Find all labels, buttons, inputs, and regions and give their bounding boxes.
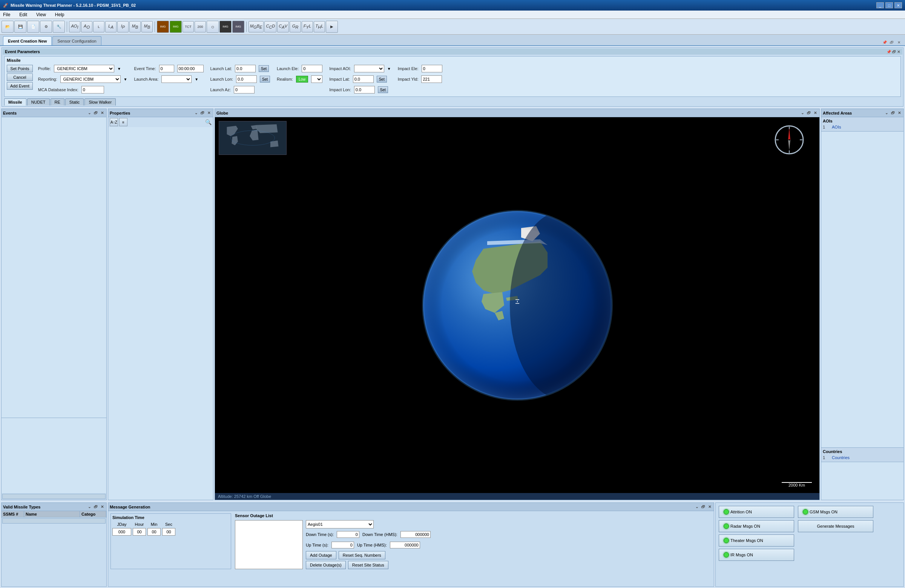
sensor-select[interactable]: Aegis01 [306, 520, 374, 528]
tab-event-creation[interactable]: Event Creation New [3, 36, 52, 45]
impact-lon-set[interactable]: Set [378, 86, 388, 93]
missile-types-scrollbar[interactable] [2, 518, 106, 523]
cancel-button[interactable]: Cancel [7, 73, 33, 81]
country-val-1[interactable]: Countries [832, 455, 849, 460]
profile-select[interactable]: GENERIC ICBM [54, 65, 114, 72]
toolbar-ao1-btn[interactable]: AOI [69, 21, 80, 32]
toolbar-circle-btn[interactable]: ○ [206, 21, 219, 33]
affected-pin-btn[interactable]: ⌄ [884, 111, 889, 115]
min-input[interactable] [148, 528, 160, 536]
properties-pin-btn[interactable]: ⌄ [194, 111, 199, 115]
event-time-hms[interactable] [177, 65, 204, 72]
toolbar-cav-btn[interactable]: CAV [277, 21, 289, 32]
launch-lon-set[interactable]: Set [260, 76, 270, 82]
launch-area-dropdown[interactable]: ▼ [195, 77, 198, 81]
jday-input[interactable] [113, 528, 131, 536]
missile-types-close-btn[interactable]: ✕ [100, 505, 105, 509]
radar-msgs-button[interactable]: Radar Msgs ON [719, 520, 794, 532]
tab-close-btn[interactable]: ✕ [896, 39, 902, 45]
globe-restore-btn[interactable]: 🗗 [806, 111, 811, 115]
toolbar-mb2-btn[interactable]: MB [141, 21, 153, 32]
reporting-dropdown-btn[interactable]: ▼ [124, 77, 127, 81]
toolbar-img1-btn[interactable]: IMG [157, 21, 169, 33]
tab-sensor-config[interactable]: Sensor Configuration [52, 36, 101, 45]
impact-aoi-select[interactable] [354, 65, 384, 72]
properties-close-btn[interactable]: ✕ [206, 111, 211, 115]
globe-close-btn[interactable]: ✕ [813, 111, 818, 115]
toolbar-more-btn[interactable]: ▶ [326, 21, 338, 33]
prop-category-btn[interactable]: ≡ [119, 118, 127, 126]
properties-restore-btn[interactable]: 🗗 [200, 111, 205, 115]
launch-lon-input[interactable] [236, 75, 257, 83]
events-restore-btn[interactable]: 🗗 [93, 111, 98, 115]
toolbar-save-btn[interactable]: 💾 [14, 21, 26, 33]
hour-input[interactable] [133, 528, 146, 536]
events-scrollbar[interactable] [2, 494, 106, 499]
missile-types-pin-btn[interactable]: ⌄ [87, 505, 92, 509]
menu-edit[interactable]: Edit [18, 11, 29, 18]
theater-msgs-button[interactable]: Theater Msgs ON [719, 534, 794, 547]
toolbar-ao2-btn[interactable]: AO [81, 21, 92, 32]
toolbar-ip-btn[interactable]: IP [117, 21, 129, 32]
toolbar-img2-btn[interactable]: IMG [170, 21, 182, 33]
launch-area-select[interactable] [161, 75, 192, 83]
missile-tab-static[interactable]: Static [65, 98, 84, 106]
globe-pin-btn[interactable]: ⌄ [800, 111, 805, 115]
toolbar-open-btn[interactable]: 📂 [2, 21, 14, 33]
toolbar-gr-btn[interactable]: GR [290, 21, 301, 32]
toolbar-img4-btn[interactable]: IMG [232, 21, 245, 33]
toolbar-btn3[interactable]: 📄 [27, 21, 39, 33]
up-time-hms-input[interactable] [390, 542, 420, 548]
toolbar-mgbe-btn[interactable]: MGBE [249, 21, 264, 32]
events-pin-btn[interactable]: ⌄ [87, 111, 92, 115]
missile-tab-missile[interactable]: Missile [4, 98, 26, 106]
affected-close-btn[interactable]: ✕ [897, 111, 902, 115]
msg-gen-pin-btn[interactable]: ⌄ [694, 505, 700, 509]
impact-yld-input[interactable] [421, 75, 442, 83]
launch-ele-input[interactable] [302, 65, 322, 72]
toolbar-thl-btn[interactable]: THL [314, 21, 325, 32]
reset-seq-button[interactable]: Reset Seq. Numbers [339, 551, 385, 559]
toolbar-fyl-btn[interactable]: FYL [302, 21, 313, 32]
menu-help[interactable]: Help [54, 11, 66, 18]
restore-button[interactable]: □ [885, 2, 893, 8]
impact-lat-input[interactable] [353, 75, 374, 83]
msg-gen-restore-btn[interactable]: 🗗 [701, 505, 706, 509]
toolbar-cd-btn[interactable]: CCD [264, 21, 276, 32]
profile-dropdown-btn[interactable]: ▼ [117, 67, 121, 71]
attrition-button[interactable]: Attrition ON [719, 506, 794, 518]
missile-tab-slow-walker[interactable]: Slow Walker [84, 98, 116, 106]
impact-lon-input[interactable] [354, 86, 375, 94]
ir-msgs-button[interactable]: IR Msgs ON [719, 549, 794, 561]
prop-search-icon[interactable]: 🔍 [205, 119, 211, 125]
msg-gen-close-btn[interactable]: ✕ [707, 505, 712, 509]
tab-restore-btn[interactable]: 🗗 [889, 39, 895, 45]
event-time-sec[interactable] [159, 65, 174, 72]
launch-az-input[interactable] [234, 86, 254, 94]
gsm-msgs-button[interactable]: GSM Msgs ON [798, 506, 873, 518]
set-points-button[interactable]: Set Points [7, 65, 33, 72]
reset-site-button[interactable]: Reset Site Status [348, 561, 388, 569]
aoi-val-1[interactable]: AOIs [832, 125, 841, 129]
minimize-button[interactable]: _ [876, 2, 884, 8]
impact-ele-input[interactable] [422, 65, 442, 72]
toolbar-l-btn[interactable]: L [93, 21, 105, 32]
launch-lat-set[interactable]: Set [259, 65, 269, 72]
toolbar-img3-btn[interactable]: IMG [219, 21, 232, 33]
affected-restore-btn[interactable]: 🗗 [890, 111, 895, 115]
launch-lat-input[interactable] [235, 65, 256, 72]
toolbar-tct-btn[interactable]: TCT [183, 21, 194, 32]
close-button[interactable]: ✕ [894, 2, 902, 8]
missile-types-restore-btn[interactable]: 🗗 [93, 505, 98, 509]
outage-list-area[interactable] [235, 520, 303, 569]
generate-messages-button[interactable]: Generate Messages [798, 520, 873, 532]
toolbar-mb1-btn[interactable]: MB [129, 21, 141, 32]
reporting-select[interactable]: GENERIC ICBM [60, 75, 121, 83]
add-outage-button[interactable]: Add Outage [306, 551, 337, 559]
event-params-pin[interactable]: 📌 [886, 50, 891, 54]
toolbar-200-btn[interactable]: 200 [195, 21, 206, 32]
realism-select[interactable]: ▼ [311, 75, 322, 83]
globe-earth-svg[interactable] [419, 207, 615, 403]
prop-sort-az-btn[interactable]: A↑Z [110, 118, 118, 126]
missile-tab-nudet[interactable]: NUDET [27, 98, 50, 106]
